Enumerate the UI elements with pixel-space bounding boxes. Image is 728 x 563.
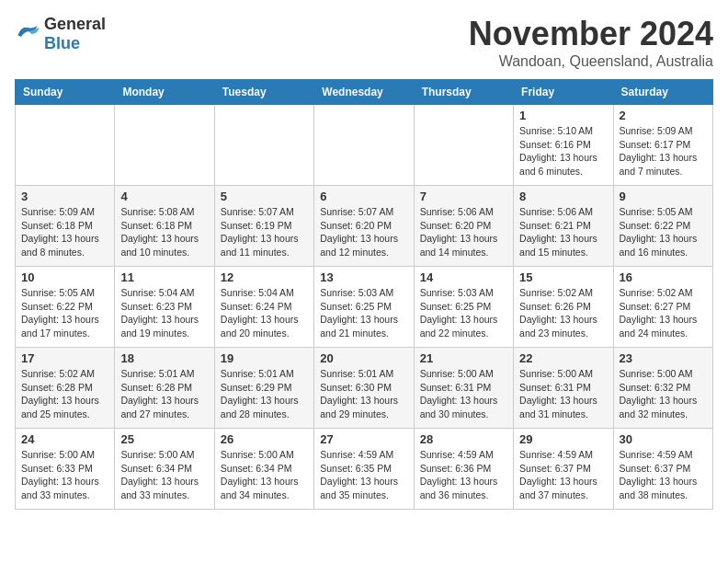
header-row: SundayMondayTuesdayWednesdayThursdayFrid… xyxy=(16,80,713,105)
calendar-cell: 9Sunrise: 5:05 AMSunset: 6:22 PMDaylight… xyxy=(613,186,712,267)
calendar-cell: 17Sunrise: 5:02 AMSunset: 6:28 PMDayligh… xyxy=(16,348,115,429)
day-info: Sunrise: 5:01 AMSunset: 6:29 PMDaylight:… xyxy=(221,367,308,421)
day-info: Sunrise: 4:59 AMSunset: 6:37 PMDaylight:… xyxy=(519,448,607,502)
calendar-cell: 28Sunrise: 4:59 AMSunset: 6:36 PMDayligh… xyxy=(414,429,513,510)
day-number: 5 xyxy=(221,190,308,203)
calendar-cell: 26Sunrise: 5:00 AMSunset: 6:34 PMDayligh… xyxy=(214,429,313,510)
calendar-cell xyxy=(314,105,414,186)
day-number: 20 xyxy=(320,351,407,365)
day-number: 26 xyxy=(221,432,308,446)
calendar-cell: 29Sunrise: 4:59 AMSunset: 6:37 PMDayligh… xyxy=(514,429,613,510)
day-number: 27 xyxy=(320,432,407,446)
calendar-cell: 12Sunrise: 5:04 AMSunset: 6:24 PMDayligh… xyxy=(214,267,313,348)
day-info: Sunrise: 4:59 AMSunset: 6:37 PMDaylight:… xyxy=(620,448,707,502)
day-info: Sunrise: 5:02 AMSunset: 6:28 PMDaylight:… xyxy=(21,367,108,421)
day-info: Sunrise: 5:06 AMSunset: 6:21 PMDaylight:… xyxy=(519,205,607,259)
day-info: Sunrise: 5:00 AMSunset: 6:34 PMDaylight:… xyxy=(221,448,308,502)
day-number: 19 xyxy=(221,351,308,365)
day-number: 12 xyxy=(221,270,308,284)
day-info: Sunrise: 5:09 AMSunset: 6:17 PMDaylight:… xyxy=(620,124,707,178)
location: Wandoan, Queensland, Australia xyxy=(469,53,713,70)
day-info: Sunrise: 5:02 AMSunset: 6:26 PMDaylight:… xyxy=(519,286,607,340)
day-number: 23 xyxy=(620,351,707,365)
day-info: Sunrise: 5:00 AMSunset: 6:32 PMDaylight:… xyxy=(620,367,707,421)
day-number: 6 xyxy=(320,190,407,203)
day-number: 30 xyxy=(620,432,707,446)
calendar-cell: 30Sunrise: 4:59 AMSunset: 6:37 PMDayligh… xyxy=(613,429,712,510)
calendar-header: SundayMondayTuesdayWednesdayThursdayFrid… xyxy=(16,80,713,105)
day-info: Sunrise: 5:06 AMSunset: 6:20 PMDaylight:… xyxy=(420,205,507,259)
day-info: Sunrise: 5:03 AMSunset: 6:25 PMDaylight:… xyxy=(320,286,407,340)
day-number: 7 xyxy=(420,190,507,203)
header-day-friday: Friday xyxy=(514,80,613,105)
header-day-thursday: Thursday xyxy=(414,80,513,105)
day-number: 18 xyxy=(120,351,208,365)
week-row-3: 17Sunrise: 5:02 AMSunset: 6:28 PMDayligh… xyxy=(16,348,713,429)
header-day-wednesday: Wednesday xyxy=(314,80,414,105)
day-number: 1 xyxy=(519,109,607,122)
calendar-cell: 19Sunrise: 5:01 AMSunset: 6:29 PMDayligh… xyxy=(214,348,313,429)
day-number: 3 xyxy=(21,190,108,203)
day-number: 28 xyxy=(420,432,507,446)
calendar-cell: 2Sunrise: 5:09 AMSunset: 6:17 PMDaylight… xyxy=(613,105,712,186)
calendar-cell: 8Sunrise: 5:06 AMSunset: 6:21 PMDaylight… xyxy=(514,186,613,267)
calendar-cell: 21Sunrise: 5:00 AMSunset: 6:31 PMDayligh… xyxy=(414,348,513,429)
calendar-cell xyxy=(414,105,513,186)
header-day-monday: Monday xyxy=(115,80,214,105)
day-info: Sunrise: 5:03 AMSunset: 6:25 PMDaylight:… xyxy=(420,286,507,340)
day-number: 17 xyxy=(21,351,108,365)
calendar-cell xyxy=(115,105,214,186)
calendar-cell xyxy=(16,105,115,186)
week-row-4: 24Sunrise: 5:00 AMSunset: 6:33 PMDayligh… xyxy=(16,429,713,510)
day-info: Sunrise: 5:04 AMSunset: 6:24 PMDaylight:… xyxy=(221,286,308,340)
calendar-cell: 20Sunrise: 5:01 AMSunset: 6:30 PMDayligh… xyxy=(314,348,414,429)
day-number: 16 xyxy=(620,270,707,284)
day-number: 24 xyxy=(21,432,108,446)
calendar-table: SundayMondayTuesdayWednesdayThursdayFrid… xyxy=(15,79,713,510)
calendar-cell: 10Sunrise: 5:05 AMSunset: 6:22 PMDayligh… xyxy=(16,267,115,348)
day-info: Sunrise: 5:10 AMSunset: 6:16 PMDaylight:… xyxy=(519,124,607,178)
day-info: Sunrise: 5:08 AMSunset: 6:18 PMDaylight:… xyxy=(120,205,208,259)
header-day-saturday: Saturday xyxy=(613,80,712,105)
calendar-cell: 16Sunrise: 5:02 AMSunset: 6:27 PMDayligh… xyxy=(613,267,712,348)
calendar-cell: 23Sunrise: 5:00 AMSunset: 6:32 PMDayligh… xyxy=(613,348,712,429)
day-info: Sunrise: 5:05 AMSunset: 6:22 PMDaylight:… xyxy=(620,205,707,259)
logo-bird-icon xyxy=(15,22,40,42)
calendar-cell: 15Sunrise: 5:02 AMSunset: 6:26 PMDayligh… xyxy=(514,267,613,348)
header-day-tuesday: Tuesday xyxy=(214,80,313,105)
day-info: Sunrise: 5:00 AMSunset: 6:34 PMDaylight:… xyxy=(120,448,208,502)
calendar-cell: 27Sunrise: 4:59 AMSunset: 6:35 PMDayligh… xyxy=(314,429,414,510)
day-number: 21 xyxy=(420,351,507,365)
day-info: Sunrise: 5:07 AMSunset: 6:19 PMDaylight:… xyxy=(221,205,308,259)
month-title: November 2024 xyxy=(469,15,713,53)
day-info: Sunrise: 5:01 AMSunset: 6:30 PMDaylight:… xyxy=(320,367,407,421)
calendar-body: 1Sunrise: 5:10 AMSunset: 6:16 PMDaylight… xyxy=(16,105,713,510)
day-info: Sunrise: 5:07 AMSunset: 6:20 PMDaylight:… xyxy=(320,205,407,259)
day-number: 13 xyxy=(320,270,407,284)
day-info: Sunrise: 5:09 AMSunset: 6:18 PMDaylight:… xyxy=(21,205,108,259)
day-info: Sunrise: 4:59 AMSunset: 6:36 PMDaylight:… xyxy=(420,448,507,502)
calendar-cell: 4Sunrise: 5:08 AMSunset: 6:18 PMDaylight… xyxy=(115,186,214,267)
day-number: 15 xyxy=(519,270,607,284)
calendar-cell: 24Sunrise: 5:00 AMSunset: 6:33 PMDayligh… xyxy=(16,429,115,510)
page-header: General Blue November 2024 Wandoan, Quee… xyxy=(15,15,713,70)
calendar-cell: 22Sunrise: 5:00 AMSunset: 6:31 PMDayligh… xyxy=(514,348,613,429)
day-info: Sunrise: 5:02 AMSunset: 6:27 PMDaylight:… xyxy=(620,286,707,340)
calendar-cell: 6Sunrise: 5:07 AMSunset: 6:20 PMDaylight… xyxy=(314,186,414,267)
calendar-cell: 14Sunrise: 5:03 AMSunset: 6:25 PMDayligh… xyxy=(414,267,513,348)
day-number: 8 xyxy=(519,190,607,203)
day-number: 4 xyxy=(120,190,208,203)
logo-general: General xyxy=(44,15,106,34)
header-day-sunday: Sunday xyxy=(16,80,115,105)
calendar-cell: 3Sunrise: 5:09 AMSunset: 6:18 PMDaylight… xyxy=(16,186,115,267)
logo: General Blue xyxy=(15,15,106,53)
day-number: 11 xyxy=(120,270,208,284)
title-block: November 2024 Wandoan, Queensland, Austr… xyxy=(469,15,713,70)
week-row-1: 3Sunrise: 5:09 AMSunset: 6:18 PMDaylight… xyxy=(16,186,713,267)
day-number: 9 xyxy=(620,190,707,203)
logo-blue: Blue xyxy=(44,34,106,53)
day-number: 22 xyxy=(519,351,607,365)
calendar-cell: 11Sunrise: 5:04 AMSunset: 6:23 PMDayligh… xyxy=(115,267,214,348)
day-info: Sunrise: 5:01 AMSunset: 6:28 PMDaylight:… xyxy=(120,367,208,421)
calendar-cell: 1Sunrise: 5:10 AMSunset: 6:16 PMDaylight… xyxy=(514,105,613,186)
